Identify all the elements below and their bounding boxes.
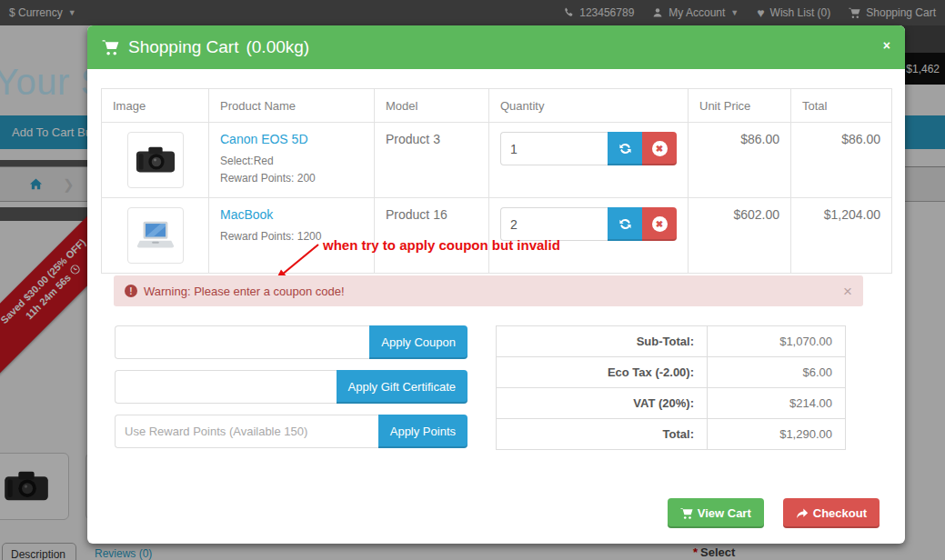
total-label: VAT (20%):: [497, 388, 708, 419]
cart-icon: [680, 507, 693, 520]
col-model: Model: [375, 89, 489, 123]
table-row: MacBook Reward Points: 1200 Product 16 ✖…: [102, 198, 892, 274]
annotation-text: when try to apply coupon but invalid: [323, 237, 560, 253]
line-total: $1,204.00: [791, 198, 892, 274]
product-link[interactable]: MacBook: [220, 207, 273, 222]
line-total: $86.00: [791, 123, 892, 198]
update-quantity-button[interactable]: [608, 132, 642, 165]
total-value: $6.00: [708, 357, 846, 388]
product-model: Product 16: [375, 198, 489, 274]
product-option: Select:Red: [220, 153, 363, 170]
col-unit-price: Unit Price: [689, 89, 791, 123]
refresh-icon: [618, 142, 632, 155]
coupon-form: Apply Coupon: [115, 325, 467, 359]
modal-title: Shopping Cart: [128, 37, 238, 57]
col-product-name: Product Name: [209, 89, 375, 123]
quantity-input[interactable]: [500, 207, 608, 241]
table-row: VAT (20%): $214.00: [497, 388, 846, 419]
col-total: Total: [791, 89, 892, 123]
col-quantity: Quantity: [489, 89, 689, 123]
total-label: Total:: [497, 419, 708, 450]
total-value: $1,070.00: [708, 326, 846, 357]
warning-text: Warning: Please enter a coupon code!: [144, 285, 345, 298]
unit-price: $86.00: [689, 123, 791, 198]
remove-item-button[interactable]: ✖: [642, 132, 677, 165]
product-link[interactable]: Canon EOS 5D: [220, 132, 308, 146]
cart-icon: [102, 39, 119, 56]
gift-certificate-input[interactable]: [115, 370, 337, 404]
quantity-input[interactable]: [500, 132, 608, 165]
table-row: Canon EOS 5D Select:Red Reward Points: 2…: [102, 123, 892, 198]
modal-footer: View Cart Checkout: [668, 498, 880, 528]
table-row: Total: $1,290.00: [497, 419, 846, 450]
coupon-code-input[interactable]: [115, 325, 369, 359]
view-cart-button[interactable]: View Cart: [668, 498, 764, 528]
table-row: Eco Tax (-2.00): $6.00: [497, 357, 846, 388]
gift-certificate-form: Apply Gift Certificate: [115, 370, 467, 404]
checkout-arrow-icon: [796, 507, 809, 520]
checkout-button[interactable]: Checkout: [783, 498, 880, 528]
shopping-cart-modal: Shopping Cart (0.00kg) × Image Product N…: [87, 25, 905, 544]
close-icon[interactable]: ×: [883, 39, 890, 52]
alert-close-icon[interactable]: ×: [843, 284, 852, 299]
total-value: $214.00: [708, 388, 846, 419]
apply-points-button[interactable]: Apply Points: [378, 415, 467, 448]
order-totals-table: Sub-Total: $1,070.00 Eco Tax (-2.00): $6…: [496, 325, 846, 450]
update-quantity-button[interactable]: [608, 207, 642, 241]
remove-item-button[interactable]: ✖: [642, 207, 677, 241]
unit-price: $602.00: [689, 198, 791, 274]
modal-header: Shopping Cart (0.00kg) ×: [87, 25, 905, 69]
product-image-macbook[interactable]: [127, 207, 184, 264]
table-header-row: Image Product Name Model Quantity Unit P…: [102, 89, 892, 123]
modal-cart-weight: (0.00kg): [246, 37, 309, 57]
table-row: Sub-Total: $1,070.00: [497, 326, 846, 357]
remove-icon: ✖: [652, 141, 668, 156]
refresh-icon: [618, 217, 632, 231]
product-model: Product 3: [375, 123, 489, 198]
apply-coupon-button[interactable]: Apply Coupon: [369, 325, 467, 359]
total-label: Sub-Total:: [497, 326, 708, 357]
reward-points-form: Apply Points: [115, 415, 467, 448]
product-reward-points: Reward Points: 200: [220, 170, 363, 187]
product-image-canon-eos-5d[interactable]: [127, 132, 184, 188]
total-value: $1,290.00: [708, 419, 846, 450]
apply-gift-certificate-button[interactable]: Apply Gift Certificate: [337, 370, 468, 404]
discount-forms: Apply Coupon Apply Gift Certificate Appl…: [115, 325, 467, 448]
view-cart-label: View Cart: [698, 506, 751, 520]
warning-icon: !: [125, 285, 137, 297]
col-image: Image: [102, 89, 209, 123]
reward-points-input[interactable]: [115, 415, 378, 448]
checkout-label: Checkout: [813, 506, 867, 520]
warning-alert: ! Warning: Please enter a coupon code! ×: [114, 275, 863, 306]
remove-icon: ✖: [652, 216, 668, 232]
total-label: Eco Tax (-2.00):: [497, 357, 708, 388]
